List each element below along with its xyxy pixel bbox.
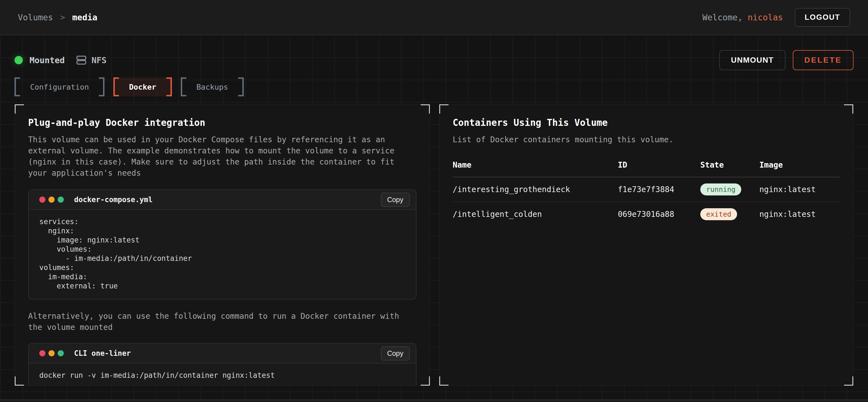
bracket-right-icon <box>99 77 104 96</box>
cli-intro-text: Alternatively, you can use the following… <box>28 311 404 333</box>
cell-container-name: /interesting_grothendieck <box>453 177 618 202</box>
col-header-image: Image <box>760 156 840 177</box>
bracket-left-icon <box>113 77 119 96</box>
cli-code-content: docker run -v im-media:/path/in/containe… <box>29 364 416 386</box>
logout-button[interactable]: LOGOUT <box>795 8 850 27</box>
containers-panel-description: List of Docker containers mounting this … <box>453 134 828 145</box>
copy-cli-button[interactable]: Copy <box>381 346 410 361</box>
server-icon <box>76 55 87 66</box>
volume-actions: UNMOUNT DELETE <box>719 50 854 70</box>
panel-corner-icon <box>421 104 430 113</box>
traffic-light-green-icon <box>58 350 64 356</box>
bracket-right-icon <box>238 77 244 96</box>
traffic-light-red-icon <box>39 197 45 203</box>
tab-docker-label: Docker <box>119 77 166 96</box>
traffic-light-amber-icon <box>49 350 55 356</box>
header-bar: Volumes > media Welcome, nicolas LOGOUT <box>0 0 868 35</box>
docker-integration-panel: Plug-and-play Docker integration This vo… <box>14 104 430 386</box>
mounted-status-label: Mounted <box>30 56 65 65</box>
tabs: Configuration Docker Backups <box>14 77 854 96</box>
col-header-state: State <box>700 156 760 177</box>
panel-corner-icon <box>421 376 430 386</box>
cli-code-header: CLI one-liner Copy <box>29 343 416 364</box>
panels: Plug-and-play Docker integration This vo… <box>14 104 854 386</box>
volume-status-group: Mounted NFS <box>14 55 107 66</box>
containers-table: Name ID State Image /interesting_grothen… <box>453 156 840 226</box>
containers-panel-title: Containers Using This Volume <box>453 117 840 128</box>
compose-code-header: docker-compose.yml Copy <box>29 190 416 210</box>
containers-panel: Containers Using This Volume List of Doc… <box>439 104 854 386</box>
cell-container-id: 069e73016a88 <box>618 202 700 226</box>
tab-backups-label: Backups <box>186 77 238 96</box>
panel-corner-icon <box>439 376 448 386</box>
delete-button[interactable]: DELETE <box>793 50 854 70</box>
traffic-light-green-icon <box>58 197 64 203</box>
chevron-right-icon: > <box>60 13 65 22</box>
col-header-name: Name <box>453 156 618 177</box>
copy-compose-button[interactable]: Copy <box>381 193 410 207</box>
docker-panel-description: This volume can be used in your Docker C… <box>28 134 404 179</box>
bracket-left-icon <box>14 77 20 96</box>
mounted-status-dot <box>14 56 23 64</box>
header-user-area: Welcome, nicolas LOGOUT <box>703 8 850 27</box>
cell-container-image: nginx:latest <box>760 202 840 226</box>
col-header-id: ID <box>618 156 700 177</box>
compose-code-block: docker-compose.yml Copy services: nginx:… <box>28 189 416 300</box>
table-row: /intelligent_colden 069e73016a88 exited … <box>453 202 840 226</box>
panel-corner-icon <box>439 104 448 113</box>
cli-code-block: CLI one-liner Copy docker run -v im-medi… <box>28 343 416 386</box>
cell-container-id: f1e73e7f3884 <box>618 177 700 202</box>
volume-type-label: NFS <box>91 56 106 65</box>
username: nicolas <box>748 12 783 22</box>
panel-corner-icon <box>14 376 24 386</box>
tab-backups[interactable]: Backups <box>181 77 244 96</box>
cell-container-image: nginx:latest <box>760 177 840 202</box>
tab-docker[interactable]: Docker <box>113 77 172 96</box>
welcome-label: Welcome, <box>703 12 743 22</box>
table-row: /interesting_grothendieck f1e73e7f3884 r… <box>453 177 840 202</box>
cli-filename: CLI one-liner <box>74 349 131 358</box>
unmount-button[interactable]: UNMOUNT <box>719 50 785 70</box>
bracket-left-icon <box>181 77 186 96</box>
main-content: Mounted NFS UNMOUNT DELETE Configuration <box>0 35 868 399</box>
state-badge: exited <box>700 208 737 220</box>
bracket-right-icon <box>166 77 172 96</box>
docker-panel-title: Plug-and-play Docker integration <box>28 117 416 128</box>
compose-filename: docker-compose.yml <box>74 195 153 204</box>
breadcrumb: Volumes > media <box>18 12 97 22</box>
table-header-row: Name ID State Image <box>453 156 840 177</box>
cell-container-name: /intelligent_colden <box>453 202 618 226</box>
compose-code-content: services: nginx: image: nginx:latest vol… <box>29 210 416 299</box>
breadcrumb-volumes-link[interactable]: Volumes <box>18 12 53 22</box>
traffic-light-red-icon <box>39 350 45 356</box>
bottom-section-edge <box>0 399 868 401</box>
panel-corner-icon <box>14 104 24 113</box>
state-badge: running <box>700 183 741 195</box>
panel-corner-icon <box>844 104 854 113</box>
traffic-light-amber-icon <box>49 197 55 203</box>
breadcrumb-current-volume: media <box>72 12 97 22</box>
tab-configuration-label: Configuration <box>20 77 99 96</box>
volume-toolbar: Mounted NFS UNMOUNT DELETE <box>14 50 854 70</box>
tab-configuration[interactable]: Configuration <box>14 77 104 96</box>
welcome-text: Welcome, nicolas <box>703 12 783 22</box>
panel-corner-icon <box>844 376 854 386</box>
